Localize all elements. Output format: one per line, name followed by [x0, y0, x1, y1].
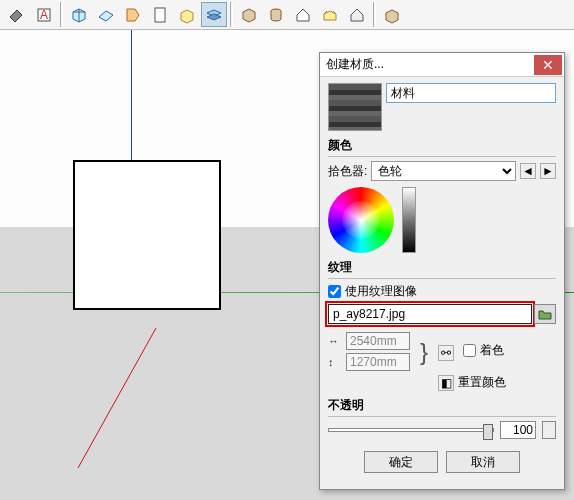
browse-file-button[interactable]: [534, 304, 556, 324]
material-thumbnail: [328, 83, 382, 131]
value-slider[interactable]: [402, 187, 416, 253]
tool-house2-icon[interactable]: [344, 2, 370, 27]
colorize-label: 着色: [480, 342, 504, 359]
tool-open-box-icon[interactable]: [317, 2, 343, 27]
tool-box2-icon[interactable]: [236, 2, 262, 27]
reset-color-icon[interactable]: ◧: [438, 375, 454, 391]
dialog-title: 创建材质...: [326, 56, 534, 73]
ok-button[interactable]: 确定: [364, 451, 438, 473]
height-icon: ↕: [328, 356, 342, 368]
cancel-button[interactable]: 取消: [446, 451, 520, 473]
reset-color-label: 重置颜色: [458, 374, 506, 391]
tool-cylinder-icon[interactable]: [263, 2, 289, 27]
texture-height-input[interactable]: [346, 353, 410, 371]
opacity-slider[interactable]: [328, 428, 494, 432]
back-icon[interactable]: ◄: [520, 163, 536, 179]
color-wheel[interactable]: [328, 187, 394, 253]
axis-y-red: [70, 328, 190, 478]
section-opacity-label: 不透明: [328, 397, 556, 417]
tool-plane-icon[interactable]: [93, 2, 119, 27]
tool-sheet-icon[interactable]: [147, 2, 173, 27]
tool-house-icon[interactable]: [290, 2, 316, 27]
toolbar-separator: [373, 2, 376, 27]
colorize-checkbox[interactable]: 着色: [463, 342, 504, 359]
close-button[interactable]: ✕: [534, 55, 562, 75]
colorize-input[interactable]: [463, 344, 476, 357]
create-material-dialog: 创建材质... ✕ 颜色 拾色器: 色轮 ◄ ► 纹理 使用纹理图像 ↔: [319, 52, 565, 490]
picker-label: 拾色器:: [328, 163, 367, 180]
tool-layers-icon[interactable]: [201, 2, 227, 27]
material-name-input[interactable]: [386, 83, 556, 103]
use-texture-checkbox[interactable]: 使用纹理图像: [328, 283, 556, 300]
main-toolbar: A: [0, 0, 574, 30]
svg-text:A: A: [40, 8, 48, 22]
tool-paint-bucket-icon[interactable]: [4, 2, 30, 27]
tool-tag-icon[interactable]: [120, 2, 146, 27]
width-icon: ↔: [328, 335, 342, 347]
toolbar-separator: [230, 2, 233, 27]
forward-icon[interactable]: ►: [540, 163, 556, 179]
use-texture-label: 使用纹理图像: [345, 283, 417, 300]
texture-file-input[interactable]: [328, 304, 532, 324]
opacity-spinner[interactable]: [542, 421, 556, 439]
svg-rect-2: [155, 8, 165, 22]
dialog-titlebar[interactable]: 创建材质... ✕: [320, 53, 564, 77]
toolbar-separator: [60, 2, 63, 27]
section-texture-label: 纹理: [328, 259, 556, 279]
section-color-label: 颜色: [328, 137, 556, 157]
use-texture-input[interactable]: [328, 285, 341, 298]
aspect-lock-icon[interactable]: ⚯: [438, 345, 454, 361]
tool-package-icon[interactable]: [379, 2, 405, 27]
tool-box-open-icon[interactable]: [174, 2, 200, 27]
brace-icon: }: [420, 343, 434, 361]
tool-cube-icon[interactable]: [66, 2, 92, 27]
opacity-input[interactable]: [500, 421, 536, 439]
texture-width-input[interactable]: [346, 332, 410, 350]
svg-line-4: [78, 328, 156, 468]
tool-3dtext-icon[interactable]: A: [31, 2, 57, 27]
model-face[interactable]: [73, 160, 221, 310]
picker-select[interactable]: 色轮: [371, 161, 516, 181]
